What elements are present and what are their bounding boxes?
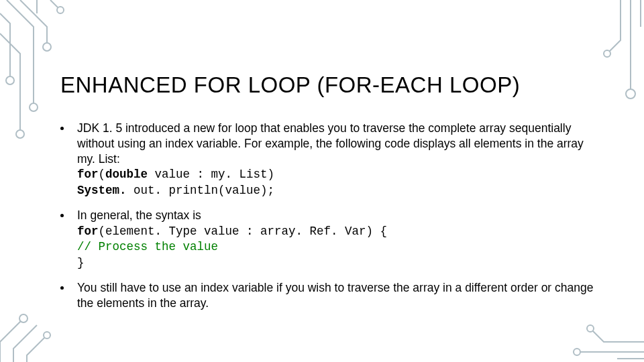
code-comment: // Process the value: [77, 240, 218, 253]
svg-point-0: [30, 103, 38, 111]
bullet-text: In general, the syntax is for(element. T…: [77, 208, 387, 271]
bullet-text: You still have to use an index variable …: [77, 280, 597, 311]
keyword: for: [77, 168, 99, 181]
svg-point-5: [626, 89, 635, 99]
svg-point-3: [6, 76, 14, 84]
svg-point-10: [587, 325, 594, 332]
bullet-dot-icon: [60, 214, 64, 217]
code: (element. Type value : array. Ref. Var) …: [99, 225, 388, 238]
bullet-dot-icon: [60, 127, 64, 130]
bullet-item: JDK 1. 5 introduced a new for loop that …: [60, 121, 597, 198]
svg-point-1: [43, 43, 51, 51]
para: You still have to use an index variable …: [77, 281, 593, 310]
circuit-top-right: [590, 0, 644, 121]
code-line: }: [77, 256, 85, 269]
para: JDK 1. 5 introduced a new for loop that …: [77, 121, 584, 166]
svg-point-2: [16, 130, 24, 138]
code-line: for(double value : my. List): [77, 168, 274, 181]
bullet-dot-icon: [60, 286, 64, 290]
code: value : my. List): [148, 168, 274, 181]
bullet-text: JDK 1. 5 introduced a new for loop that …: [77, 121, 597, 198]
circuit-bottom-right: [550, 322, 644, 362]
svg-point-6: [604, 50, 610, 57]
keyword: System.: [77, 184, 127, 197]
svg-point-7: [19, 314, 28, 322]
para: In general, the syntax is: [77, 208, 201, 222]
slide-body: JDK 1. 5 introduced a new for loop that …: [60, 121, 597, 320]
code: out. println(value);: [127, 184, 275, 197]
keyword: for: [77, 225, 99, 238]
slide: ENHANCED FOR LOOP (FOR-EACH LOOP) JDK 1.…: [0, 0, 644, 362]
svg-point-9: [574, 349, 580, 355]
code-line: for(element. Type value : array. Ref. Va…: [77, 225, 387, 238]
keyword: double: [105, 168, 148, 181]
svg-point-8: [44, 332, 50, 339]
svg-point-4: [57, 7, 64, 13]
slide-title: ENHANCED FOR LOOP (FOR-EACH LOOP): [60, 72, 520, 98]
bullet-item: You still have to use an index variable …: [60, 280, 597, 311]
bullet-item: In general, the syntax is for(element. T…: [60, 208, 597, 271]
code-line: System. out. println(value);: [77, 184, 274, 197]
code: (: [99, 168, 106, 181]
